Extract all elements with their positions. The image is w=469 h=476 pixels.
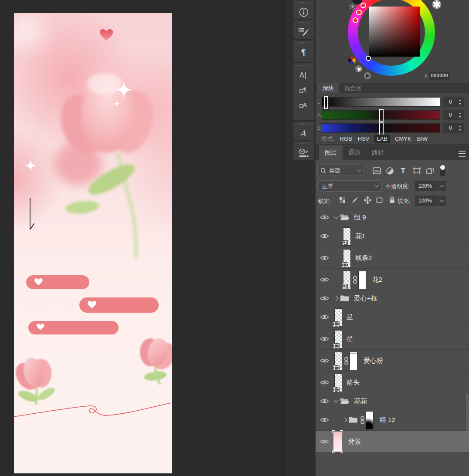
layer-row-爱心+框[interactable]: 爱心+框 [316, 290, 469, 306]
lock-transparency-icon[interactable] [337, 195, 347, 205]
saturation-square[interactable] [369, 7, 420, 57]
layer-row-箭头[interactable]: 箭头 [316, 371, 469, 393]
layer-name[interactable]: 箭头 [347, 378, 360, 387]
blend-mode-dropdown[interactable]: 正常 [317, 180, 382, 192]
layer-name[interactable]: 花花 [354, 397, 367, 405]
lock-all-icon[interactable] [387, 195, 397, 205]
hue-marker-1[interactable] [360, 3, 366, 8]
layer-row-爱心粉[interactable]: 爱心粉 [316, 350, 469, 371]
collapse-chevron-icon[interactable] [334, 398, 339, 403]
layer-name[interactable]: 组 9 [354, 213, 366, 222]
slider-tab-滑块[interactable]: 滑块 [317, 83, 339, 93]
filter-pin-toggle[interactable] [440, 165, 445, 176]
type-filter-icon[interactable]: T [398, 166, 408, 176]
frame-filter-icon[interactable] [411, 166, 422, 176]
apply-color-button[interactable] [364, 72, 371, 79]
hex-value-field[interactable]: 000000 [429, 72, 449, 80]
smart-object-filter-icon[interactable] [425, 166, 435, 176]
slider-handle[interactable] [379, 109, 384, 122]
layer-name[interactable]: 星 [347, 313, 353, 321]
prev-color-button[interactable] [355, 65, 362, 72]
opacity-value[interactable]: 100% [415, 181, 438, 191]
visibility-toggle[interactable] [316, 350, 332, 371]
color-marker[interactable] [366, 56, 371, 61]
visibility-toggle[interactable] [316, 306, 332, 327]
panel-tab-图层[interactable]: 图层 [319, 145, 343, 161]
layer-row-星[interactable]: 星 [316, 328, 469, 350]
paragraph-styles-icon[interactable]: ¶ [293, 84, 314, 96]
layer-name[interactable]: 爱心粉 [364, 357, 383, 365]
color-wheel-swatch[interactable] [348, 57, 356, 64]
mode-LAB[interactable]: LAB [374, 135, 391, 143]
layer-name[interactable]: 爱心+框 [354, 294, 377, 303]
canvas-artwork[interactable] [14, 13, 172, 473]
visibility-toggle[interactable] [316, 209, 332, 225]
glyphs-icon[interactable]: A [293, 127, 314, 139]
slider-track[interactable] [322, 123, 440, 133]
stepper-arrows[interactable]: ▲▼ [459, 98, 462, 106]
layer-name[interactable]: 花2 [372, 276, 382, 284]
lock-paint-icon[interactable] [350, 195, 360, 205]
layers-scrollbar[interactable] [466, 394, 469, 431]
layer-row-花1[interactable]: 花1 [316, 225, 469, 247]
slider-value[interactable]: 0▲▼ [443, 123, 464, 133]
character-styles-icon[interactable]: A [293, 98, 314, 111]
visibility-toggle[interactable] [316, 269, 332, 290]
visibility-toggle[interactable] [316, 290, 332, 306]
fill-value[interactable]: 100% [415, 196, 438, 206]
layer-name[interactable]: 线条2 [355, 254, 372, 262]
expand-chevron-icon[interactable] [334, 296, 339, 300]
mode-B/W[interactable]: B/W [416, 135, 429, 143]
opacity-dropdown-button[interactable] [438, 181, 446, 191]
panel-tab-路径[interactable]: 路径 [366, 145, 390, 161]
visibility-toggle[interactable] [316, 393, 332, 408]
layer-row-组 12[interactable]: 组 12 [316, 409, 469, 431]
layer-mask-thumbnail[interactable] [350, 352, 357, 370]
slider-track[interactable] [322, 110, 440, 120]
visibility-toggle[interactable] [316, 328, 332, 349]
lock-move-icon[interactable] [363, 195, 372, 205]
slider-track[interactable] [322, 97, 440, 107]
image-filter-icon[interactable] [371, 166, 382, 176]
fill-dropdown-button[interactable] [438, 196, 446, 206]
mode-RGB[interactable]: RGB [339, 135, 353, 143]
layer-row-星[interactable]: 星 [316, 306, 469, 328]
stepper-arrows[interactable]: ▲▼ [459, 124, 462, 132]
brush-settings-icon[interactable] [293, 26, 314, 38]
layer-row-花花[interactable]: 花花 [316, 393, 469, 409]
info-icon[interactable] [293, 6, 314, 18]
layer-row-花2[interactable]: 花2 [316, 269, 469, 290]
panel-tab-通道[interactable]: 通道 [343, 145, 366, 161]
filter-type-dropdown[interactable]: 类型 [317, 165, 364, 176]
slider-handle[interactable] [379, 122, 384, 135]
layer-row-线条2[interactable]: 线条2 [316, 247, 469, 269]
layer-name[interactable]: 背景 [348, 438, 361, 446]
panel-menu-icon[interactable] [459, 151, 466, 157]
paragraph-icon[interactable]: ¶ [293, 46, 314, 58]
collapse-chevron-icon[interactable] [334, 215, 339, 219]
hue-marker-3[interactable] [353, 17, 358, 23]
visibility-toggle[interactable] [316, 225, 332, 246]
slider-tab-混合器[interactable]: 混合器 [339, 83, 367, 93]
3d-icon[interactable] [293, 147, 314, 159]
layer-mask-thumbnail[interactable] [358, 271, 366, 289]
slider-handle[interactable] [324, 96, 328, 109]
stepper-arrows[interactable]: ▲▼ [459, 111, 462, 119]
visibility-toggle[interactable] [316, 431, 332, 452]
layer-name[interactable]: 组 12 [380, 416, 395, 424]
lock-artboard-icon[interactable] [374, 195, 384, 205]
character-icon[interactable]: A| [293, 69, 314, 81]
hue-marker-2[interactable] [356, 10, 362, 15]
slider-value[interactable]: 0▲▼ [443, 97, 464, 107]
layer-name[interactable]: 花1 [355, 232, 365, 240]
expand-chevron-icon[interactable] [343, 417, 347, 422]
adjustment-filter-icon[interactable] [385, 166, 395, 176]
mode-CMYK[interactable]: CMYK [394, 135, 412, 143]
visibility-toggle[interactable] [316, 247, 332, 268]
visibility-toggle[interactable] [316, 409, 332, 430]
layer-thumbnail[interactable] [333, 432, 342, 452]
layer-mask-thumbnail[interactable] [366, 411, 374, 429]
sphere-icon[interactable] [432, 0, 442, 10]
layer-name[interactable]: 星 [347, 335, 353, 343]
slider-value[interactable]: 0▲▼ [443, 110, 464, 120]
